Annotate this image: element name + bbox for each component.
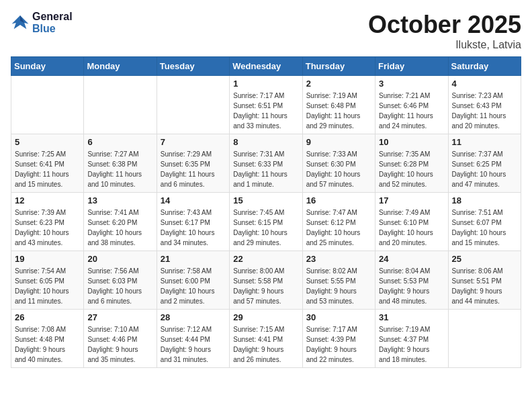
calendar-cell <box>157 76 229 134</box>
calendar-cell: 24Sunrise: 8:04 AMSunset: 5:53 PMDayligh… <box>375 251 448 310</box>
calendar-cell: 20Sunrise: 7:56 AMSunset: 6:03 PMDayligh… <box>84 251 157 310</box>
calendar-cell: 29Sunrise: 7:15 AMSunset: 4:41 PMDayligh… <box>230 310 302 368</box>
calendar-cell <box>448 310 521 368</box>
day-info: Sunrise: 7:35 AMSunset: 6:28 PMDaylight:… <box>379 149 444 189</box>
logo: General Blue <box>11 11 73 35</box>
day-info: Sunrise: 7:39 AMSunset: 6:23 PMDaylight:… <box>15 208 80 248</box>
calendar-cell: 10Sunrise: 7:35 AMSunset: 6:28 PMDayligh… <box>375 134 448 193</box>
day-number: 17 <box>379 195 444 205</box>
weekday-header-tuesday: Tuesday <box>157 57 229 76</box>
day-info: Sunrise: 7:54 AMSunset: 6:05 PMDaylight:… <box>15 266 80 306</box>
day-info: Sunrise: 7:49 AMSunset: 6:10 PMDaylight:… <box>379 208 444 248</box>
day-number: 15 <box>233 195 298 205</box>
calendar-cell: 14Sunrise: 7:43 AMSunset: 6:17 PMDayligh… <box>157 193 229 251</box>
day-number: 22 <box>233 254 298 264</box>
calendar-week-2: 5Sunrise: 7:25 AMSunset: 6:41 PMDaylight… <box>11 134 521 193</box>
day-number: 16 <box>306 195 371 205</box>
day-number: 1 <box>233 79 298 89</box>
calendar-cell: 27Sunrise: 7:10 AMSunset: 4:46 PMDayligh… <box>84 310 157 368</box>
month-title: October 2025 <box>368 11 521 39</box>
calendar-cell <box>11 76 84 134</box>
day-info: Sunrise: 7:19 AMSunset: 6:48 PMDaylight:… <box>306 91 371 131</box>
day-info: Sunrise: 7:27 AMSunset: 6:38 PMDaylight:… <box>87 149 152 189</box>
calendar-table: SundayMondayTuesdayWednesdayThursdayFrid… <box>11 56 521 368</box>
day-info: Sunrise: 7:23 AMSunset: 6:43 PMDaylight:… <box>452 91 517 131</box>
calendar-cell: 28Sunrise: 7:12 AMSunset: 4:44 PMDayligh… <box>157 310 229 368</box>
calendar-cell: 30Sunrise: 7:17 AMSunset: 4:39 PMDayligh… <box>302 310 375 368</box>
calendar-cell: 26Sunrise: 7:08 AMSunset: 4:48 PMDayligh… <box>11 310 84 368</box>
day-number: 18 <box>452 195 517 205</box>
day-info: Sunrise: 7:51 AMSunset: 6:07 PMDaylight:… <box>452 208 517 248</box>
day-number: 25 <box>452 254 517 264</box>
day-number: 14 <box>161 195 226 205</box>
day-info: Sunrise: 7:45 AMSunset: 6:15 PMDaylight:… <box>233 208 298 248</box>
calendar-week-4: 19Sunrise: 7:54 AMSunset: 6:05 PMDayligh… <box>11 251 521 310</box>
weekday-header-monday: Monday <box>84 57 157 76</box>
day-number: 28 <box>161 312 226 322</box>
logo-icon <box>11 13 30 32</box>
day-number: 9 <box>306 137 371 147</box>
calendar-cell: 15Sunrise: 7:45 AMSunset: 6:15 PMDayligh… <box>230 193 302 251</box>
title-section: October 2025 Ilukste, Latvia <box>368 11 521 51</box>
day-info: Sunrise: 8:02 AMSunset: 5:55 PMDaylight:… <box>306 266 371 306</box>
calendar-cell: 2Sunrise: 7:19 AMSunset: 6:48 PMDaylight… <box>302 76 375 134</box>
page-header: General Blue October 2025 Ilukste, Latvi… <box>11 11 521 51</box>
day-info: Sunrise: 7:17 AMSunset: 6:51 PMDaylight:… <box>233 91 298 131</box>
calendar-cell: 3Sunrise: 7:21 AMSunset: 6:46 PMDaylight… <box>375 76 448 134</box>
day-number: 19 <box>15 254 80 264</box>
day-info: Sunrise: 7:37 AMSunset: 6:25 PMDaylight:… <box>452 149 517 189</box>
day-number: 23 <box>306 254 371 264</box>
calendar-cell: 25Sunrise: 8:06 AMSunset: 5:51 PMDayligh… <box>448 251 521 310</box>
calendar-week-5: 26Sunrise: 7:08 AMSunset: 4:48 PMDayligh… <box>11 310 521 368</box>
day-info: Sunrise: 7:25 AMSunset: 6:41 PMDaylight:… <box>15 149 80 189</box>
day-info: Sunrise: 7:58 AMSunset: 6:00 PMDaylight:… <box>161 266 226 306</box>
calendar-cell: 7Sunrise: 7:29 AMSunset: 6:35 PMDaylight… <box>157 134 229 193</box>
calendar-cell: 5Sunrise: 7:25 AMSunset: 6:41 PMDaylight… <box>11 134 84 193</box>
day-number: 27 <box>87 312 152 322</box>
day-info: Sunrise: 7:21 AMSunset: 6:46 PMDaylight:… <box>379 91 444 131</box>
day-number: 2 <box>306 79 371 89</box>
calendar-cell: 21Sunrise: 7:58 AMSunset: 6:00 PMDayligh… <box>157 251 229 310</box>
weekday-header-friday: Friday <box>375 57 448 76</box>
day-info: Sunrise: 8:06 AMSunset: 5:51 PMDaylight:… <box>452 266 517 306</box>
day-number: 5 <box>15 137 80 147</box>
calendar-cell: 8Sunrise: 7:31 AMSunset: 6:33 PMDaylight… <box>230 134 302 193</box>
day-info: Sunrise: 7:17 AMSunset: 4:39 PMDaylight:… <box>306 324 371 365</box>
calendar-cell: 4Sunrise: 7:23 AMSunset: 6:43 PMDaylight… <box>448 76 521 134</box>
day-info: Sunrise: 7:12 AMSunset: 4:44 PMDaylight:… <box>161 324 226 365</box>
day-info: Sunrise: 7:29 AMSunset: 6:35 PMDaylight:… <box>161 149 226 189</box>
calendar-cell: 16Sunrise: 7:47 AMSunset: 6:12 PMDayligh… <box>302 193 375 251</box>
weekday-header-sunday: Sunday <box>11 57 84 76</box>
day-number: 20 <box>87 254 152 264</box>
calendar-cell: 9Sunrise: 7:33 AMSunset: 6:30 PMDaylight… <box>302 134 375 193</box>
weekday-header-saturday: Saturday <box>448 57 521 76</box>
day-info: Sunrise: 7:19 AMSunset: 4:37 PMDaylight:… <box>379 324 444 365</box>
day-info: Sunrise: 7:10 AMSunset: 4:46 PMDaylight:… <box>87 324 152 365</box>
day-info: Sunrise: 7:33 AMSunset: 6:30 PMDaylight:… <box>306 149 371 189</box>
day-info: Sunrise: 8:04 AMSunset: 5:53 PMDaylight:… <box>379 266 444 306</box>
day-number: 21 <box>161 254 226 264</box>
weekday-header-wednesday: Wednesday <box>230 57 302 76</box>
day-number: 26 <box>15 312 80 322</box>
day-info: Sunrise: 8:00 AMSunset: 5:58 PMDaylight:… <box>233 266 298 306</box>
day-info: Sunrise: 7:56 AMSunset: 6:03 PMDaylight:… <box>87 266 152 306</box>
calendar-cell: 6Sunrise: 7:27 AMSunset: 6:38 PMDaylight… <box>84 134 157 193</box>
calendar-week-3: 12Sunrise: 7:39 AMSunset: 6:23 PMDayligh… <box>11 193 521 251</box>
day-info: Sunrise: 7:47 AMSunset: 6:12 PMDaylight:… <box>306 208 371 248</box>
day-info: Sunrise: 7:08 AMSunset: 4:48 PMDaylight:… <box>15 324 80 365</box>
calendar-cell: 19Sunrise: 7:54 AMSunset: 6:05 PMDayligh… <box>11 251 84 310</box>
day-number: 11 <box>452 137 517 147</box>
day-info: Sunrise: 7:31 AMSunset: 6:33 PMDaylight:… <box>233 149 298 189</box>
calendar-cell: 17Sunrise: 7:49 AMSunset: 6:10 PMDayligh… <box>375 193 448 251</box>
day-number: 13 <box>87 195 152 205</box>
day-info: Sunrise: 7:43 AMSunset: 6:17 PMDaylight:… <box>161 208 226 248</box>
day-number: 7 <box>161 137 226 147</box>
day-number: 12 <box>15 195 80 205</box>
calendar-cell: 11Sunrise: 7:37 AMSunset: 6:25 PMDayligh… <box>448 134 521 193</box>
day-number: 24 <box>379 254 444 264</box>
calendar-cell <box>84 76 157 134</box>
day-number: 3 <box>379 79 444 89</box>
day-number: 31 <box>379 312 444 322</box>
calendar-cell: 12Sunrise: 7:39 AMSunset: 6:23 PMDayligh… <box>11 193 84 251</box>
day-info: Sunrise: 7:41 AMSunset: 6:20 PMDaylight:… <box>87 208 152 248</box>
